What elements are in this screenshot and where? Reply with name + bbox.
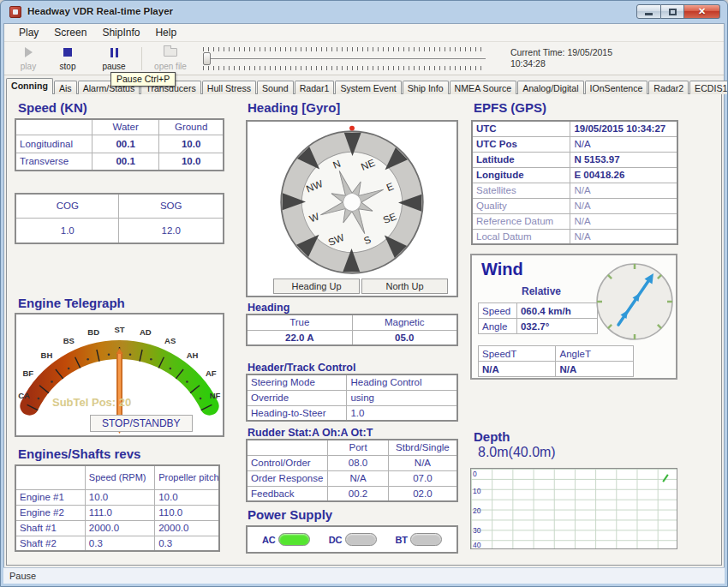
table-row: Engine #2111.0110.0 [15, 505, 219, 520]
engines-shafts-table: Speed (RPM)Propeller pitch %Engine #110.… [15, 464, 220, 552]
table-cell: 08.0 [328, 455, 389, 470]
menu-bar: PlayScreenShipInfoHelp [4, 24, 724, 42]
svg-text:BH: BH [41, 350, 53, 360]
table-cell: Shaft #1 [15, 520, 85, 536]
table-cell: UTC Pos [472, 136, 570, 152]
app-icon [9, 6, 21, 18]
open-file-button[interactable]: open file [146, 45, 194, 73]
menu-play[interactable]: Play [11, 24, 46, 41]
table-cell: 0.3 [155, 536, 219, 551]
engine-telegraph-title: Engine Telegraph [18, 296, 125, 310]
play-button[interactable]: play [9, 45, 47, 73]
close-icon: ✕ [698, 6, 706, 17]
table-cell: N/A [570, 198, 677, 213]
maximize-button[interactable] [661, 4, 684, 19]
svg-text:BF: BF [22, 368, 33, 378]
pause-icon [110, 47, 118, 57]
table-cell: 10.0 [159, 135, 224, 153]
table-cell: Reference Datum [472, 213, 570, 229]
table-row: UTC PosN/A [472, 136, 677, 152]
slider-ticks-top [203, 47, 486, 51]
table-cell: Longitudinal [15, 135, 92, 153]
menu-shipinfo[interactable]: ShipInfo [94, 24, 147, 41]
table-cell: 060.4 km/h [516, 303, 597, 319]
table-row: Shaft #20.30.3 [15, 536, 219, 551]
table-row: N/AN/A [479, 362, 634, 377]
cog-sog-table: COGSOG1.012.0 [15, 193, 224, 244]
rudder-table: PortStbrd/SingleControl/Order08.0N/AOrde… [246, 439, 458, 502]
table-row: PortStbrd/Single [247, 440, 457, 455]
table-cell: Speed (RPM) [85, 465, 154, 489]
pause-tooltip: Pause Ctrl+P [110, 72, 176, 87]
tab-nmea-source[interactable]: NMEA Source [450, 81, 517, 94]
table-row: SatellitesN/A [472, 183, 677, 198]
tab-hull-stress[interactable]: Hull Stress [202, 81, 256, 94]
open-file-label: open file [154, 62, 187, 71]
tab-ecdis1[interactable]: ECDIS1 [689, 81, 728, 94]
table-row: Transverse00.110.0 [15, 153, 224, 171]
table-cell: N/A [328, 470, 389, 486]
table-cell: 05.0 [352, 330, 457, 345]
depth-title: Depth [474, 429, 510, 444]
table-cell: Order Response [247, 470, 328, 486]
table-row: UTC19/05/2015 10:34:27 [472, 121, 677, 136]
depth-marker [662, 474, 668, 482]
stop-standby-button[interactable]: STOP/STANDBY [90, 415, 193, 432]
tab-system-event[interactable]: System Event [335, 81, 401, 94]
table-row: Speed060.4 km/h [479, 303, 598, 319]
timeline-slider[interactable] [203, 47, 486, 70]
table-cell: Heading Control [347, 374, 457, 390]
tab-ship-info[interactable]: Ship Info [403, 81, 449, 94]
wind-relative-table: Speed060.4 km/hAngle032.7° [478, 302, 598, 334]
tab-conning[interactable]: Conning [6, 78, 53, 94]
table-cell: N 5153.97 [570, 152, 677, 167]
table-cell: using [347, 390, 457, 405]
menu-screen[interactable]: Screen [46, 24, 94, 41]
table-cell: 10.0 [85, 489, 154, 505]
table-cell: Port [328, 440, 389, 455]
maximize-icon [669, 9, 677, 15]
table-cell: Propeller pitch % [155, 465, 219, 489]
table-row: Speed (RPM)Propeller pitch % [15, 465, 219, 489]
pause-button[interactable]: pause [95, 45, 133, 73]
minimize-button[interactable] [636, 4, 661, 19]
cog-sog-table: COGSOG1.012.0 [15, 193, 224, 244]
tab-radar1[interactable]: Radar1 [295, 81, 335, 94]
table-cell: Shaft #2 [15, 536, 85, 551]
engine-telegraph-panel: CABFBHBSBDSTADASAHAFNF SubTel Pos: 20 ST… [15, 313, 224, 437]
current-time-display: Current Time: 19/05/2015 10:34:28 [510, 47, 612, 69]
table-cell: Override [247, 390, 347, 405]
slider-handle[interactable] [203, 52, 211, 65]
svg-text:AH: AH [187, 350, 199, 360]
table-row: WaterGround [15, 119, 224, 135]
title-bar[interactable]: Headway VDR Real-time Player ✕ [1, 1, 727, 23]
table-cell: E 00418.26 [570, 167, 677, 183]
tab-ais[interactable]: Ais [54, 81, 77, 94]
power-ac-indicator: AC [262, 533, 310, 546]
table-cell: N/A [479, 362, 556, 377]
table-row: Shaft #12000.02000.0 [15, 520, 219, 536]
power-indicator-label: BT [395, 535, 408, 545]
play-icon [25, 47, 33, 57]
toolbar-separator [141, 47, 142, 70]
table-cell: SpeedT [479, 346, 556, 362]
stop-button[interactable]: stop [49, 45, 87, 73]
close-button[interactable]: ✕ [684, 4, 720, 19]
track-control-title: Header/Track Control [248, 362, 355, 374]
depth-axis-label: 20 [473, 506, 480, 515]
heading-title: Heading [248, 302, 289, 314]
table-cell: 111.0 [85, 505, 154, 520]
wind-mode-label: Relative [522, 285, 561, 297]
tab-radar2[interactable]: Radar2 [648, 81, 689, 94]
power-indicator-label: AC [262, 535, 276, 545]
depth-axis-label: 30 [473, 526, 480, 535]
menu-help[interactable]: Help [147, 24, 184, 41]
table-row: Reference DatumN/A [472, 213, 677, 229]
north-up-button[interactable]: North Up [361, 279, 448, 294]
tab-analog-digital[interactable]: Analog/Digital [517, 81, 583, 94]
rudder-title: Rudder Stat:A Oh:A Ot:T [248, 427, 373, 439]
heading-up-button[interactable]: Heading Up [273, 279, 360, 294]
tab-ionsentence[interactable]: IOnSentence [585, 81, 648, 94]
stop-icon [63, 47, 72, 57]
tab-sound[interactable]: Sound [257, 81, 294, 94]
